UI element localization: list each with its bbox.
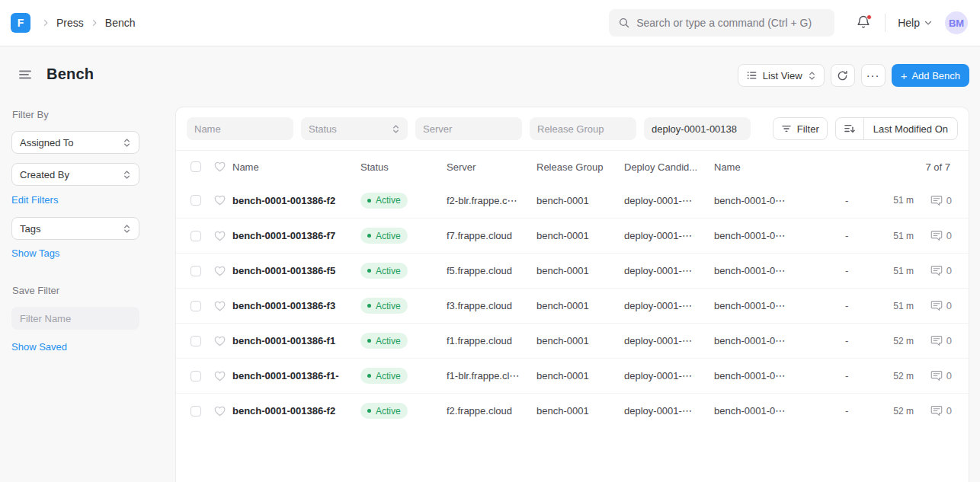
filter-funnel-icon — [781, 124, 792, 133]
server-filter-input[interactable] — [415, 117, 522, 140]
release-group-cell: bench-0001 — [536, 265, 624, 276]
bench-name[interactable]: bench-0001-001386-f2 — [232, 195, 360, 206]
comment-count: 0 — [946, 230, 952, 241]
table-header-row: Name Status Server Release Group Deploy … — [176, 151, 969, 183]
sort-field-label: Last Modified On — [864, 123, 957, 135]
deploy-candidate-cell: deploy-0001-⋯ — [624, 230, 714, 241]
navbar-right: Help BM — [856, 11, 968, 34]
status-dot-icon — [367, 269, 371, 273]
table-row[interactable]: bench-0001-001386-f7 Active f7.frappe.cl… — [176, 218, 969, 253]
bench-name[interactable]: bench-0001-001386-f3 — [232, 300, 360, 311]
assigned-to-select[interactable]: Assigned To — [11, 131, 139, 154]
modified-time-cell: 51 m — [868, 266, 914, 276]
chevrons-up-down-icon — [123, 170, 131, 180]
logo-letter: F — [18, 17, 24, 29]
favorite-heart-icon[interactable] — [214, 266, 232, 276]
bench-name[interactable]: bench-0001-001386-f1 — [232, 335, 360, 346]
favorite-heart-icon[interactable] — [214, 195, 232, 206]
select-all-checkbox[interactable] — [191, 161, 201, 172]
row-checkbox[interactable] — [191, 231, 201, 241]
search-input[interactable] — [636, 17, 825, 29]
empty-value-cell: - — [845, 370, 868, 381]
breadcrumb-item-bench[interactable]: Bench — [105, 17, 136, 29]
row-count: 7 of 7 — [845, 161, 956, 173]
edit-filters-link[interactable]: Edit Filters — [11, 194, 58, 206]
name-filter-input[interactable] — [187, 117, 293, 140]
name2-cell: bench-0001-0⋯ — [714, 405, 845, 417]
favorite-heart-icon[interactable] — [214, 371, 232, 381]
row-checkbox[interactable] — [191, 195, 201, 206]
bench-name[interactable]: bench-0001-001386-f1- — [232, 370, 360, 381]
refresh-button[interactable] — [831, 64, 855, 87]
filter-button-label: Filter — [797, 123, 819, 135]
breadcrumb-item-press[interactable]: Press — [56, 17, 84, 29]
favorite-heart-icon[interactable] — [214, 336, 232, 346]
server-cell: f1-blr.frappe.cl⋯ — [447, 370, 536, 381]
search-icon — [618, 17, 630, 29]
chevrons-up-down-icon — [123, 224, 131, 234]
favorite-heart-icon[interactable] — [214, 406, 232, 417]
row-checkbox[interactable] — [191, 266, 201, 276]
bench-name[interactable]: bench-0001-001386-f2 — [232, 405, 360, 417]
row-checkbox[interactable] — [191, 406, 201, 417]
status-label: Active — [376, 231, 401, 241]
status-dot-icon — [367, 234, 371, 238]
status-badge: Active — [360, 403, 408, 419]
column-header-server[interactable]: Server — [447, 161, 536, 173]
table-row[interactable]: bench-0001-001386-f5 Active f5.frappe.cl… — [176, 253, 969, 288]
status-filter-select[interactable]: Status — [301, 117, 408, 140]
deploy-candidate-cell: deploy-0001-⋯ — [624, 265, 714, 276]
deploy-candidate-cell: deploy-0001-⋯ — [624, 405, 714, 417]
add-bench-button[interactable]: + Add Bench — [892, 64, 969, 87]
column-header-deploy-candidate[interactable]: Deploy Candid... — [624, 161, 714, 173]
column-header-name[interactable]: Name — [232, 161, 360, 173]
table-row[interactable]: bench-0001-001386-f1 Active f1.frappe.cl… — [176, 323, 969, 358]
view-selector-button[interactable]: List View — [738, 64, 825, 87]
status-dot-icon — [367, 409, 371, 413]
more-options-button[interactable]: ··· — [861, 64, 886, 87]
row-checkbox[interactable] — [191, 336, 201, 346]
column-header-status[interactable]: Status — [360, 161, 447, 173]
list-icon — [746, 70, 757, 81]
release-group-filter-input[interactable] — [530, 117, 636, 140]
status-label: Active — [376, 406, 401, 417]
comments-cell: 0 — [914, 370, 956, 381]
sort-control[interactable]: Last Modified On — [835, 117, 958, 140]
status-dot-icon — [367, 304, 371, 308]
row-checkbox[interactable] — [191, 301, 201, 311]
table-row[interactable]: bench-0001-001386-f2 Active f2-blr.frapp… — [176, 183, 969, 218]
row-checkbox[interactable] — [191, 371, 201, 381]
status-label: Active — [376, 301, 401, 311]
favorite-heart-icon[interactable] — [214, 231, 232, 241]
empty-value-cell: - — [845, 300, 868, 311]
created-by-select[interactable]: Created By — [11, 163, 139, 186]
table-row[interactable]: bench-0001-001386-f2 Active f2.frappe.cl… — [176, 393, 969, 428]
server-cell: f1.frappe.cloud — [447, 335, 536, 346]
bench-name[interactable]: bench-0001-001386-f7 — [232, 230, 360, 241]
help-menu[interactable]: Help — [898, 17, 933, 29]
tags-label: Tags — [20, 223, 40, 235]
tags-select[interactable]: Tags — [11, 217, 139, 240]
deploy-candidate-filter-input[interactable] — [644, 117, 751, 140]
user-avatar[interactable]: BM — [945, 11, 968, 34]
comment-icon — [930, 405, 943, 417]
modified-time-cell: 52 m — [868, 371, 914, 381]
status-badge: Active — [360, 193, 408, 209]
release-group-cell: bench-0001 — [536, 230, 624, 241]
command-search[interactable] — [609, 9, 834, 37]
comment-count: 0 — [946, 195, 952, 206]
notifications-button[interactable] — [856, 14, 873, 31]
show-saved-link[interactable]: Show Saved — [11, 341, 67, 353]
bench-name[interactable]: bench-0001-001386-f5 — [232, 265, 360, 276]
show-tags-link[interactable]: Show Tags — [11, 247, 59, 259]
filter-button[interactable]: Filter — [773, 117, 828, 140]
assigned-to-label: Assigned To — [20, 137, 74, 148]
column-header-release-group[interactable]: Release Group — [536, 161, 624, 173]
table-row[interactable]: bench-0001-001386-f1- Active f1-blr.frap… — [176, 358, 969, 393]
filter-name-input[interactable] — [11, 307, 139, 330]
frappe-logo[interactable]: F — [11, 13, 30, 33]
table-row[interactable]: bench-0001-001386-f3 Active f3.frappe.cl… — [176, 288, 969, 323]
favorite-heart-icon[interactable] — [214, 301, 232, 311]
column-header-name2[interactable]: Name — [714, 161, 845, 173]
header-actions: List View ··· + Add Bench — [738, 64, 969, 87]
